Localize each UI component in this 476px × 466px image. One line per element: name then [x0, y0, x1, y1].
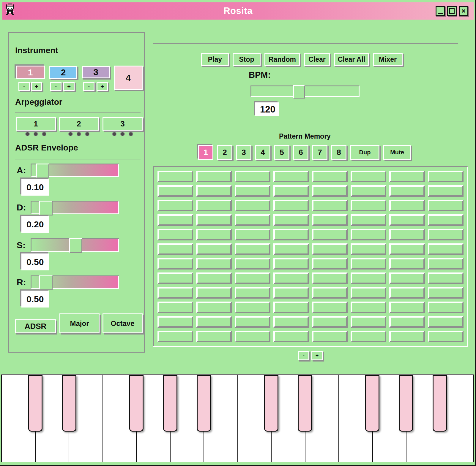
grid-cell[interactable] — [273, 272, 309, 284]
grid-cell[interactable] — [235, 171, 270, 182]
instrument-button-3[interactable]: 3 — [82, 66, 110, 78]
black-key-5[interactable] — [197, 375, 211, 432]
play-button[interactable]: Play — [201, 53, 229, 66]
grid-cell[interactable] — [196, 185, 232, 197]
grid-cell[interactable] — [428, 302, 464, 313]
random-button[interactable]: Random — [264, 53, 300, 66]
grid-cell[interactable] — [196, 272, 232, 284]
pattern-slot-5[interactable]: 5 — [274, 145, 289, 160]
sustain-slider[interactable] — [31, 238, 119, 252]
grid-cell[interactable] — [196, 200, 232, 211]
grid-cell[interactable] — [312, 243, 348, 255]
grid-cell[interactable] — [157, 185, 193, 197]
instrument-1-minus-button[interactable]: - — [18, 82, 30, 91]
grid-cell[interactable] — [351, 302, 386, 313]
grid-cell[interactable] — [235, 302, 270, 313]
attack-slider-thumb[interactable] — [36, 164, 49, 178]
pattern-slot-8[interactable]: 8 — [331, 145, 346, 160]
grid-cell[interactable] — [389, 272, 425, 284]
bpm-slider[interactable] — [250, 85, 360, 97]
grid-cell[interactable] — [196, 302, 232, 313]
grid-cell[interactable] — [351, 258, 386, 270]
grid-cell[interactable] — [389, 316, 425, 328]
grid-cell[interactable] — [157, 229, 193, 240]
grid-cell[interactable] — [312, 258, 348, 270]
pattern-slot-3[interactable]: 3 — [236, 145, 251, 160]
grid-cell[interactable] — [196, 287, 232, 299]
grid-cell[interactable] — [196, 171, 232, 182]
decay-slider[interactable] — [31, 201, 119, 214]
grid-cell[interactable] — [157, 287, 193, 299]
grid-cell[interactable] — [351, 287, 386, 299]
arpeggiator-button-1[interactable]: 1 — [16, 117, 56, 131]
grid-cell[interactable] — [428, 287, 464, 299]
octave-button[interactable]: Octave — [103, 313, 143, 333]
grid-cell[interactable] — [273, 316, 309, 328]
instrument-3-plus-button[interactable]: + — [97, 82, 108, 91]
grid-cell[interactable] — [428, 214, 464, 226]
grid-cell[interactable] — [273, 185, 309, 197]
grid-plus-button[interactable]: + — [311, 351, 323, 360]
grid-cell[interactable] — [273, 243, 309, 255]
grid-cell[interactable] — [273, 258, 309, 270]
grid-cell[interactable] — [389, 243, 425, 255]
grid-cell[interactable] — [235, 185, 270, 197]
pattern-slot-2[interactable]: 2 — [217, 145, 232, 160]
grid-cell[interactable] — [273, 229, 309, 240]
grid-cell[interactable] — [351, 214, 386, 226]
sustain-slider-thumb[interactable] — [69, 238, 82, 253]
grid-cell[interactable] — [235, 214, 270, 226]
grid-cell[interactable] — [235, 243, 270, 255]
adsr-mode-button[interactable]: ADSR — [15, 319, 56, 333]
instrument-1-plus-button[interactable]: + — [31, 82, 42, 91]
grid-cell[interactable] — [157, 272, 193, 284]
grid-minus-button[interactable]: - — [298, 351, 309, 360]
grid-cell[interactable] — [235, 258, 270, 270]
grid-cell[interactable] — [157, 214, 193, 226]
black-key-7[interactable] — [298, 375, 312, 432]
grid-cell[interactable] — [157, 331, 193, 342]
pattern-slot-7[interactable]: 7 — [312, 145, 327, 160]
decay-slider-thumb[interactable] — [39, 201, 53, 215]
maximize-button[interactable] — [447, 6, 457, 16]
grid-cell[interactable] — [312, 302, 348, 313]
grid-cell[interactable] — [312, 272, 348, 284]
grid-cell[interactable] — [157, 316, 193, 328]
grid-cell[interactable] — [312, 185, 348, 197]
arpeggiator-button-3[interactable]: 3 — [103, 117, 143, 131]
grid-cell[interactable] — [235, 331, 270, 342]
black-key-4[interactable] — [163, 375, 177, 432]
grid-cell[interactable] — [351, 185, 386, 197]
black-key-8[interactable] — [365, 375, 379, 432]
grid-cell[interactable] — [428, 171, 464, 182]
mixer-button[interactable]: Mixer — [373, 53, 403, 66]
grid-cell[interactable] — [157, 243, 193, 255]
instrument-button-2[interactable]: 2 — [49, 66, 77, 79]
dup-button[interactable]: Dup — [350, 145, 379, 160]
close-button[interactable]: × — [459, 6, 468, 16]
grid-cell[interactable] — [196, 316, 232, 328]
grid-cell[interactable] — [389, 214, 425, 226]
grid-cell[interactable] — [389, 229, 425, 240]
grid-cell[interactable] — [196, 331, 232, 342]
grid-cell[interactable] — [196, 214, 232, 226]
grid-cell[interactable] — [312, 229, 348, 240]
bpm-slider-thumb[interactable] — [293, 85, 305, 99]
grid-cell[interactable] — [351, 243, 386, 255]
pattern-slot-4[interactable]: 4 — [255, 145, 270, 160]
instrument-button-4[interactable]: 4 — [114, 66, 143, 90]
black-key-10[interactable] — [433, 375, 447, 432]
release-slider-thumb[interactable] — [39, 275, 53, 290]
attack-slider[interactable] — [31, 164, 119, 177]
grid-cell[interactable] — [157, 258, 193, 270]
instrument-3-minus-button[interactable]: - — [83, 82, 94, 91]
black-key-9[interactable] — [399, 375, 413, 432]
grid-cell[interactable] — [196, 243, 232, 255]
grid-cell[interactable] — [235, 316, 270, 328]
grid-cell[interactable] — [428, 316, 464, 328]
grid-cell[interactable] — [235, 272, 270, 284]
black-key-6[interactable] — [264, 375, 278, 432]
grid-cell[interactable] — [273, 331, 309, 342]
pattern-slot-6[interactable]: 6 — [293, 145, 308, 160]
grid-cell[interactable] — [157, 200, 193, 211]
